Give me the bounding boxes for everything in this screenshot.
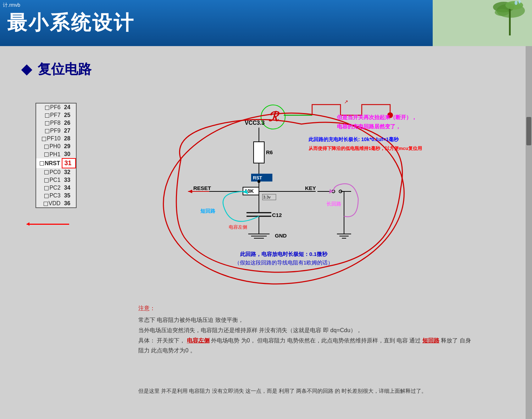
scrollbar-thumb[interactable] bbox=[526, 117, 531, 145]
svg-text:长回路: 长回路 bbox=[326, 201, 342, 207]
pin-num-26: 26 bbox=[62, 119, 76, 127]
pin-num-31: 31 bbox=[62, 158, 76, 168]
svg-marker-51 bbox=[188, 190, 192, 193]
annotation-blue: 此回路的充电时长极长: 10k*0.1uf=1毫秒 bbox=[309, 136, 399, 143]
note-line4: 阻力 此点电势才为0 。 bbox=[138, 346, 514, 356]
svg-text:VCC3.3: VCC3.3 bbox=[245, 120, 265, 126]
bottom-note2: 但是这里 并不是利用 电容阻力 没有立即消失 这一点，而是 利用了 两条不同的回… bbox=[138, 386, 521, 396]
pin-num-27: 27 bbox=[62, 127, 76, 135]
section-title: 复位电路 bbox=[21, 60, 92, 78]
pin-name-nrst: NRST bbox=[36, 158, 62, 168]
pin-name-pc0: PC0 bbox=[36, 168, 62, 176]
pin-name-pc3: PC3 bbox=[36, 192, 62, 200]
pin-num-36: 36 bbox=[62, 200, 76, 207]
svg-rect-3 bbox=[509, 7, 511, 35]
svg-text:电容左侧: 电容左侧 bbox=[229, 224, 247, 230]
pin-name-pf9: PF9 bbox=[36, 127, 62, 135]
pin-name-pc2: PC2 bbox=[36, 184, 62, 192]
svg-text:3.3v: 3.3v bbox=[263, 195, 271, 199]
annotation-magenta: 但是当开关再次抬起来（断开）， 电容的充电回路居然变了， bbox=[337, 113, 417, 131]
circuit-note2: （假如这段回路的导线电阻有1欧姆的话） bbox=[174, 259, 394, 266]
plant-decoration bbox=[433, 0, 532, 46]
svg-point-6 bbox=[515, 1, 517, 5]
svg-rect-14 bbox=[254, 142, 264, 163]
svg-text:RESET: RESET bbox=[193, 185, 211, 191]
svg-point-7 bbox=[519, 0, 521, 4]
annotation-red: 从而使得下降沿的低电瓶维持1毫秒，以方便mcu复位用 bbox=[309, 145, 422, 152]
main-content: 复位电路 PF624PF725PF826PF927PF1028PH029PH13… bbox=[0, 46, 532, 419]
nrst-arrow bbox=[27, 224, 69, 225]
title-bar: 计.rmvb 最小系统设计 18:24 bbox=[0, 0, 532, 46]
main-title: 最小系统设计 bbox=[7, 10, 135, 37]
svg-text:KEY: KEY bbox=[305, 185, 316, 191]
pin-num-29: 29 bbox=[62, 143, 76, 150]
pin-name-pf8: PF8 bbox=[36, 119, 62, 127]
scrollbar[interactable] bbox=[526, 46, 532, 419]
pin-name-vdd: VDD bbox=[36, 200, 62, 207]
bottom-notes: 注意： 常态下 电容阻力被外电场压迫 致使平衡， 当外电场压迫突然消失，电容阻力… bbox=[138, 305, 514, 356]
note-label: 注意： bbox=[138, 305, 514, 312]
svg-text:RST: RST bbox=[253, 175, 262, 180]
note-line2: 当外电场压迫突然消失，电容阻力还是维持原样 并没有消失（这就是电容 即 dq=C… bbox=[138, 325, 514, 336]
filename: 计.rmvb bbox=[3, 2, 20, 9]
pin-num-32: 32 bbox=[62, 168, 76, 176]
note-line3: 具体： 开关按下， 电容左侧 外电场电势 为0， 但电容阻力 电势依然在，此点电… bbox=[138, 336, 514, 346]
pin-name-ph1: PH1 bbox=[36, 150, 62, 158]
pin-table: PF624PF725PF826PF927PF1028PH029PH130NRST… bbox=[35, 103, 77, 208]
pin-name-ph0: PH0 bbox=[36, 143, 62, 150]
pin-name-pf7: PF7 bbox=[36, 111, 62, 119]
pin-num-35: 35 bbox=[62, 192, 76, 200]
pin-num-25: 25 bbox=[62, 111, 76, 119]
svg-text:GND: GND bbox=[275, 233, 287, 239]
svg-text:R6: R6 bbox=[266, 149, 273, 155]
pin-name-pf6: PF6 bbox=[36, 104, 62, 111]
circuit-area: VCC3.3 R6 RST RESET 10K KEY bbox=[153, 96, 429, 294]
svg-text:短回路: 短回路 bbox=[200, 208, 216, 214]
pin-num-24: 24 bbox=[62, 104, 76, 111]
pin-num-33: 33 bbox=[62, 176, 76, 184]
pin-name-pc1: PC1 bbox=[36, 176, 62, 184]
pin-num-28: 28 bbox=[62, 135, 76, 143]
pin-num-34: 34 bbox=[62, 184, 76, 192]
note-line1: 常态下 电容阻力被外电场压迫 致使平衡， bbox=[138, 315, 514, 325]
svg-point-5 bbox=[495, 9, 509, 16]
pin-num-30: 30 bbox=[62, 150, 76, 158]
circuit-note1: 此回路，电容放电时长极短：0.1微秒 bbox=[174, 251, 394, 258]
svg-text:C12: C12 bbox=[272, 212, 282, 218]
pin-name-pf10: PF10 bbox=[36, 135, 62, 143]
